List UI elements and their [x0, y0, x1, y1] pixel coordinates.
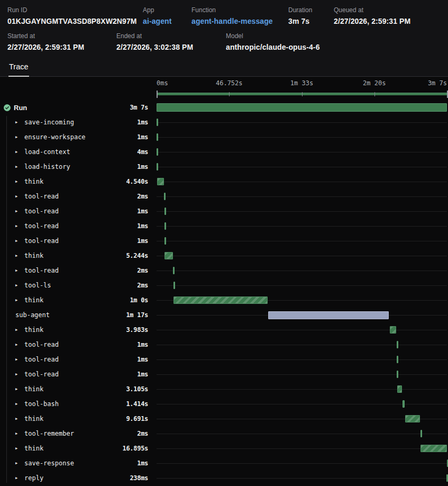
span-bar-load-history[interactable] [157, 163, 158, 170]
span-row-think[interactable]: ▶think4.540s [0, 174, 448, 189]
span-row-tool-read[interactable]: ▶tool-read1ms [0, 204, 448, 219]
span-bar-tool-read[interactable] [164, 193, 166, 200]
expand-caret-icon[interactable]: ▶ [15, 269, 21, 273]
tab-trace[interactable]: Trace [8, 60, 29, 77]
expand-caret-icon[interactable]: ▶ [15, 373, 21, 376]
span-track [155, 130, 448, 145]
timeline-minimap[interactable] [155, 90, 448, 98]
span-track [155, 426, 448, 441]
track-guide-line [157, 182, 447, 182]
span-row-tool-read[interactable]: ▶tool-read1ms [0, 352, 448, 367]
expand-caret-icon[interactable]: ▶ [15, 210, 21, 213]
expand-caret-icon[interactable]: ▶ [15, 136, 21, 139]
span-row-think[interactable]: ▶think3.983s [0, 322, 448, 337]
span-bar-think[interactable] [397, 385, 402, 393]
span-track [155, 248, 448, 263]
span-row-tool-ls[interactable]: ▶tool-ls2ms [0, 278, 448, 293]
minimap-tick [229, 92, 230, 96]
span-row-think[interactable]: ▶think9.691s [0, 411, 448, 426]
span-row-tool-read[interactable]: ▶tool-read2ms [0, 263, 448, 278]
span-bar-save-incoming[interactable] [157, 119, 158, 126]
expand-caret-icon[interactable]: ▶ [15, 299, 21, 302]
model-label: Model [226, 32, 320, 40]
minimap-handle[interactable] [157, 91, 158, 98]
span-row-think[interactable]: ▶think3.105s [0, 382, 448, 397]
span-track [155, 308, 448, 322]
expand-caret-icon[interactable]: ▶ [15, 343, 21, 347]
span-track [155, 367, 448, 382]
span-bar-tool-read[interactable] [397, 371, 398, 378]
span-row-tool-read[interactable]: ▶tool-read1ms [0, 337, 448, 352]
span-bar-tool-ls[interactable] [173, 282, 175, 289]
expand-caret-icon[interactable]: ▶ [15, 358, 21, 362]
span-row-save-incoming[interactable]: ▶save-incoming1ms [0, 115, 448, 130]
span-bar-think[interactable] [157, 178, 164, 185]
span-bar-tool-read[interactable] [397, 356, 398, 363]
expand-caret-icon[interactable]: ▶ [15, 121, 21, 124]
span-row-tool-read[interactable]: ▶tool-read2ms [0, 189, 448, 204]
span-name: tool-bash [24, 400, 59, 408]
expand-caret-icon[interactable]: ▶ [15, 432, 21, 436]
expand-caret-icon[interactable]: ▶ [15, 462, 21, 465]
expand-caret-icon[interactable]: ▶ [15, 224, 21, 228]
span-row-reply[interactable]: ▶reply238ms [0, 471, 448, 485]
span-bar-tool-read[interactable] [164, 208, 166, 215]
expand-caret-icon[interactable]: ▶ [15, 239, 21, 243]
expand-caret-icon[interactable]: ▶ [15, 150, 21, 154]
span-name: tool-read [24, 237, 59, 245]
span-row-tool-remember[interactable]: ▶tool-remember2ms [0, 426, 448, 441]
span-bar-think[interactable] [164, 252, 172, 259]
expand-caret-icon[interactable]: ▶ [15, 328, 21, 332]
expand-caret-icon[interactable]: ▶ [15, 447, 21, 451]
span-row-tool-read[interactable]: ▶tool-read1ms [0, 219, 448, 233]
span-row-think[interactable]: ▶think16.895s [0, 441, 448, 456]
span-duration: 1ms [137, 163, 148, 170]
span-bar-think[interactable] [390, 326, 396, 334]
span-bar-think[interactable] [405, 415, 420, 422]
span-duration: 2ms [137, 267, 148, 274]
span-name: tool-read [24, 267, 59, 274]
run-success-check-icon [4, 104, 11, 111]
expand-caret-icon[interactable]: ▶ [15, 476, 21, 480]
span-bar-tool-remember[interactable] [420, 430, 422, 437]
span-track [155, 382, 448, 397]
span-name: think [24, 178, 43, 185]
span-bar-tool-read[interactable] [164, 222, 166, 230]
span-bar-tool-bash[interactable] [403, 400, 405, 408]
span-bar-think[interactable] [420, 445, 447, 452]
span-row-sub-agent[interactable]: sub-agent1m 17s [0, 308, 448, 322]
span-row-save-response[interactable]: ▶save-response1ms [0, 456, 448, 471]
track-guide-line [157, 419, 447, 419]
expand-caret-icon[interactable]: ▶ [15, 180, 21, 184]
expand-caret-icon[interactable]: ▶ [15, 417, 21, 421]
expand-caret-icon[interactable]: ▶ [15, 254, 21, 258]
span-bar-tool-read[interactable] [173, 267, 175, 274]
app-link[interactable]: ai-agent [143, 17, 191, 25]
span-row-run[interactable]: Run3m 7s [0, 100, 448, 115]
track-guide-line [157, 448, 447, 449]
span-bar-ensure-workspace[interactable] [157, 133, 158, 141]
span-row-tool-bash[interactable]: ▶tool-bash1.414s [0, 397, 448, 411]
track-guide-line [157, 463, 447, 464]
span-row-ensure-workspace[interactable]: ▶ensure-workspace1ms [0, 130, 448, 145]
expand-caret-icon[interactable]: ▶ [15, 284, 21, 287]
span-row-load-history[interactable]: ▶load-history1ms [0, 159, 448, 174]
span-bar-tool-read[interactable] [397, 341, 398, 348]
expand-caret-icon[interactable]: ▶ [15, 165, 21, 169]
span-row-tool-read[interactable]: ▶tool-read1ms [0, 367, 448, 382]
span-bar-tool-read[interactable] [164, 237, 166, 245]
function-link[interactable]: agent-handle-message [191, 17, 288, 25]
expand-caret-icon[interactable]: ▶ [15, 388, 21, 391]
span-row-think[interactable]: ▶think5.244s [0, 248, 448, 263]
span-bar-think[interactable] [173, 296, 267, 304]
expand-caret-icon[interactable]: ▶ [15, 195, 21, 199]
span-row-tool-read[interactable]: ▶tool-read1ms [0, 233, 448, 248]
span-row-think[interactable]: ▶think1m 0s [0, 293, 448, 308]
expand-caret-icon[interactable]: ▶ [15, 402, 21, 406]
span-bar-run[interactable] [157, 103, 447, 112]
axis-tick-label: 1m 33s [290, 79, 313, 87]
span-row-load-context[interactable]: ▶load-context4ms [0, 145, 448, 159]
span-bar-sub-agent[interactable] [268, 311, 389, 319]
span-name: load-history [24, 163, 70, 170]
span-bar-load-context[interactable] [157, 148, 158, 156]
